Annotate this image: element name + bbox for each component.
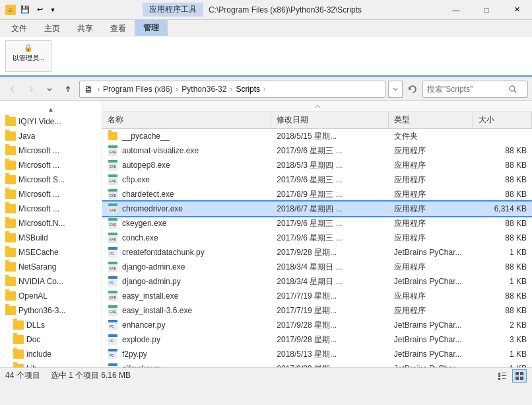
- svg-rect-25: [108, 233, 117, 235]
- tab-manage[interactable]: 管理: [135, 19, 168, 37]
- table-row[interactable]: EXE automat-visualize.exe 2017/9/6 星期三 .…: [102, 143, 532, 158]
- sidebar-item-include[interactable]: include: [0, 347, 102, 361]
- tab-home[interactable]: 主页: [36, 20, 69, 37]
- col-header-type[interactable]: 类型: [389, 112, 473, 128]
- sidebar-item-ms3[interactable]: Microsoft S...: [0, 172, 102, 187]
- svg-text:PC: PC: [110, 324, 114, 328]
- sidebar-item-ms5[interactable]: Microsoft ...: [0, 202, 102, 216]
- app-icon: [5, 5, 16, 15]
- tab-view[interactable]: 查看: [102, 20, 135, 37]
- sidebar-item-msbuild[interactable]: MSBuild: [0, 231, 102, 245]
- details-view-btn[interactable]: [495, 369, 510, 383]
- file-cell-name: PC gifmaker.py: [102, 361, 271, 367]
- sidebar-item-dlls[interactable]: DLLs: [0, 318, 102, 332]
- svg-text:EXE: EXE: [110, 310, 117, 314]
- tab-share[interactable]: 共享: [69, 20, 102, 37]
- file-cell-name: __pycache__: [102, 129, 271, 143]
- ribbon-actions: 🔒 以管理员...: [5, 40, 51, 72]
- search-box[interactable]: [422, 81, 528, 98]
- sidebar-item-ms1[interactable]: Microsoft ...: [0, 143, 102, 158]
- quick-dropdown-btn[interactable]: ▼: [48, 3, 58, 17]
- nav-dropdown-button[interactable]: [41, 81, 58, 98]
- table-row[interactable]: EXE easy_install-3.6.exe 2017/7/19 星期...…: [102, 303, 532, 318]
- search-input[interactable]: [427, 85, 506, 94]
- status-selected: 选中 1 个项目 6.16 MB: [51, 370, 131, 381]
- folder-icon: [13, 364, 24, 367]
- breadcrumb-programfiles[interactable]: Program Files (x86): [101, 84, 174, 94]
- py-icon: PC: [108, 349, 118, 359]
- sidebar-item-msnet[interactable]: Microsoft.N...: [0, 216, 102, 231]
- table-row[interactable]: PC django-admin.py 2018/3/4 星期日 ... JetB…: [102, 274, 532, 289]
- large-icons-view-btn[interactable]: [512, 369, 527, 383]
- exe-icon: EXE: [108, 262, 118, 272]
- svg-rect-46: [108, 334, 117, 337]
- sidebar-item-python36[interactable]: Python36-3...: [0, 303, 102, 318]
- table-row[interactable]: EXE autopep8.exe 2018/5/3 星期四 ... 应用程序 8…: [102, 158, 532, 172]
- sidebar-item-iqiyi[interactable]: IQIYI Vide...: [0, 114, 102, 129]
- status-bar: 44 个项目 选中 1 个项目 6.16 MB: [0, 367, 532, 383]
- svg-point-4: [510, 86, 515, 91]
- tab-file[interactable]: 文件: [3, 20, 36, 37]
- sidebar-item-msecache[interactable]: MSECache: [0, 245, 102, 260]
- sidebar-item-ms4[interactable]: Microsoft ...: [0, 187, 102, 202]
- refresh-button[interactable]: [405, 81, 420, 98]
- scroll-up-icon: [314, 104, 321, 108]
- col-header-size[interactable]: 大小: [473, 112, 532, 128]
- address-dropdown-btn[interactable]: [388, 81, 403, 98]
- col-header-name[interactable]: 名称: [102, 112, 271, 128]
- folder-icon: [108, 131, 118, 141]
- exe-icon: EXE: [108, 145, 118, 156]
- window-title: C:\Program Files (x86)\Python36-32\Scrip…: [209, 5, 362, 15]
- breadcrumb-python[interactable]: Python36-32: [180, 84, 228, 94]
- table-row[interactable]: EXE easy_install.exe 2017/7/19 星期... 应用程…: [102, 289, 532, 303]
- sidebar-item-lib[interactable]: Lib: [0, 361, 102, 367]
- address-breadcrumb[interactable]: 🖥 › Program Files (x86) › Python36-32 › …: [79, 81, 385, 98]
- ribbon: 文件 主页 共享 查看 管理 🔒 以管理员...: [0, 20, 532, 77]
- sidebar-item-doc[interactable]: Doc: [0, 332, 102, 347]
- sidebar-item-ms2[interactable]: Microsoft ...: [0, 158, 102, 172]
- breadcrumb-scripts[interactable]: Scripts: [234, 84, 262, 94]
- folder-icon: [5, 161, 16, 170]
- quick-undo-btn[interactable]: ↩: [33, 3, 46, 17]
- close-button[interactable]: ✕: [502, 0, 532, 20]
- sidebar-item-nvidia[interactable]: NVIDIA Co...: [0, 274, 102, 289]
- table-row[interactable]: EXE chardetect.exe 2017/8/9 星期三 ... 应用程序…: [102, 187, 532, 202]
- ribbon-content: 🔒 以管理员...: [0, 37, 532, 77]
- minimize-button[interactable]: —: [441, 0, 471, 20]
- table-row[interactable]: PC gifmaker.py 2017/9/28 星期... JetBrains…: [102, 361, 532, 367]
- svg-rect-73: [498, 378, 500, 380]
- folder-icon: [5, 117, 16, 126]
- table-row[interactable]: EXE cftp.exe 2017/9/6 星期三 ... 应用程序 88 KB: [102, 172, 532, 187]
- list-scroll-up[interactable]: [102, 101, 532, 112]
- table-row[interactable]: EXE conch.exe 2017/9/6 星期三 ... 应用程序 88 K…: [102, 231, 532, 245]
- sidebar-item-openal[interactable]: OpenAL: [0, 289, 102, 303]
- run-as-admin-btn[interactable]: 🔒 以管理员...: [5, 40, 51, 72]
- maximize-button[interactable]: □: [471, 0, 502, 20]
- sidebar-scroll-up[interactable]: ▲: [0, 104, 102, 114]
- folder-icon: [5, 262, 16, 272]
- sidebar-item-java[interactable]: Java: [0, 129, 102, 143]
- svg-text:PC: PC: [110, 281, 114, 285]
- svg-text:PC: PC: [110, 353, 114, 357]
- svg-rect-28: [108, 247, 117, 250]
- table-row[interactable]: PC f2py.py 2018/5/13 星期... JetBrains PyC…: [102, 347, 532, 361]
- file-cell-name: PC createfontdatachunk.py: [102, 245, 271, 260]
- sidebar-item-netsarang[interactable]: NetSarang: [0, 260, 102, 274]
- col-header-date[interactable]: 修改日期: [271, 112, 389, 128]
- table-row[interactable]: EXE django-admin.exe 2018/3/4 星期日 ... 应用…: [102, 260, 532, 274]
- py-icon: PC: [108, 247, 118, 258]
- table-row[interactable]: PC explode.py 2017/9/28 星期... JetBrains …: [102, 332, 532, 347]
- svg-rect-69: [498, 373, 500, 375]
- breadcrumb-dropdown[interactable]: ›: [263, 85, 265, 92]
- up-button[interactable]: [59, 81, 77, 98]
- table-row[interactable]: EXE ckeygen.exe 2017/9/6 星期三 ... 应用程序 88…: [102, 216, 532, 231]
- table-row[interactable]: PC createfontdatachunk.py 2017/9/28 星期..…: [102, 245, 532, 260]
- back-button[interactable]: [4, 81, 21, 98]
- status-total: 44 个项目: [5, 370, 40, 381]
- table-row[interactable]: EXE chromedriver.exe 2018/6/7 星期四 ... 应用…: [102, 202, 532, 216]
- quick-save-btn[interactable]: 💾: [18, 3, 32, 17]
- forward-button[interactable]: [22, 81, 40, 98]
- table-row[interactable]: __pycache__ 2018/5/15 星期... 文件夹: [102, 129, 532, 143]
- py-icon: PC: [108, 276, 118, 287]
- table-row[interactable]: PC enhancer.py 2017/9/28 星期... JetBrains…: [102, 318, 532, 332]
